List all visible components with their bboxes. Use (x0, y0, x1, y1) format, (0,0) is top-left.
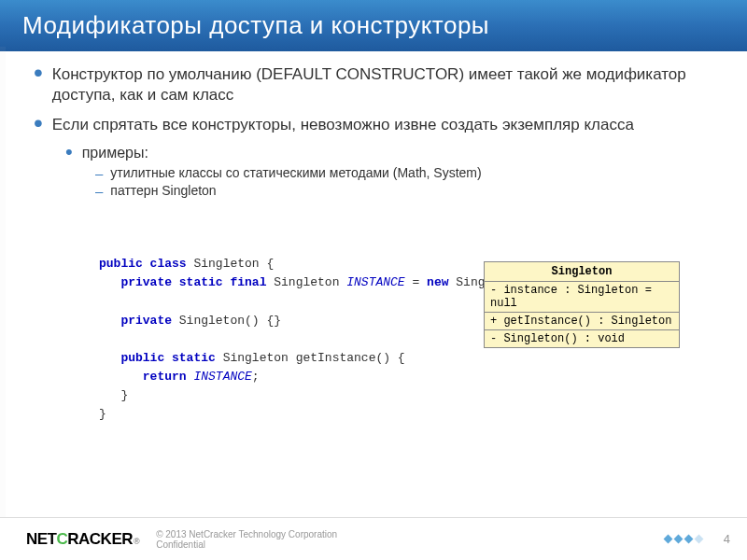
bullet-text: паттерн Singleton (110, 183, 216, 198)
bullet-1: • Конструктор по умолчанию (DEFAULT CONS… (34, 64, 713, 105)
bullet-text: Конструктор по умолчанию (DEFAULT CONSTR… (52, 64, 713, 105)
uml-class-box: Singleton - instance : Singleton = null … (484, 261, 680, 348)
content-area: • Конструктор по умолчанию (DEFAULT CONS… (0, 51, 747, 425)
bullet-2: • Если спрятать все конструкторы, невозм… (34, 115, 713, 135)
bullet-text: утилитные классы со статическими методам… (110, 165, 481, 180)
uml-method: + getInstance() : Singleton (485, 313, 679, 330)
page-number: 4 (724, 532, 730, 546)
bullet-2-1: • примеры: (65, 145, 713, 161)
uml-constructor: - Singleton() : void (485, 330, 679, 347)
bullet-dot-icon: • (65, 145, 73, 160)
bullet-2-1-1: – утилитные классы со статическими метод… (95, 165, 713, 181)
bullet-dot-icon: • (34, 64, 43, 81)
bullet-dash-icon: – (95, 183, 103, 199)
netcracker-logo: NETCRACKER® (26, 530, 139, 549)
bullet-dot-icon: • (34, 115, 43, 132)
bullet-text: Если спрятать все конструкторы, невозмож… (52, 115, 634, 135)
slide-title: Модификаторы доступа и конструкторы (0, 0, 747, 51)
left-stripe (0, 47, 6, 517)
bullet-dash-icon: – (95, 165, 103, 181)
footer: NETCRACKER® © 2013 NetCracker Technology… (0, 517, 747, 560)
uml-class-name: Singleton (485, 262, 679, 282)
bullet-text: примеры: (82, 145, 148, 161)
page-dots-icon (665, 536, 702, 542)
bullet-2-1-2: – паттерн Singleton (95, 183, 713, 199)
uml-attribute: - instance : Singleton = null (485, 282, 679, 313)
copyright-text: © 2013 NetCracker Technology Corporation… (156, 529, 337, 550)
